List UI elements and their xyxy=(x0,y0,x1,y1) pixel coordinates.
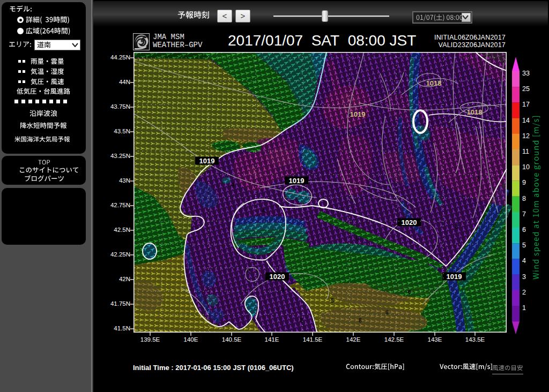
svg-text:12: 12 xyxy=(522,132,530,140)
svg-text:8: 8 xyxy=(359,318,362,323)
svg-text:1: 1 xyxy=(522,304,526,312)
svg-text:3: 3 xyxy=(455,224,458,230)
svg-text:33: 33 xyxy=(522,70,530,77)
svg-text:17: 17 xyxy=(522,101,530,108)
svg-text:2: 2 xyxy=(247,268,250,274)
svg-text:14: 14 xyxy=(522,117,530,124)
svg-text:8: 8 xyxy=(356,236,359,242)
svg-text:6: 6 xyxy=(408,289,411,295)
svg-text:1019: 1019 xyxy=(289,177,305,185)
svg-text:1020: 1020 xyxy=(270,273,285,281)
svg-text:1019: 1019 xyxy=(350,110,366,118)
svg-text:1019: 1019 xyxy=(447,273,462,281)
svg-text:8: 8 xyxy=(300,318,303,323)
svg-text:4: 4 xyxy=(262,208,265,214)
svg-text:8: 8 xyxy=(522,195,526,202)
svg-text:10: 10 xyxy=(522,163,530,171)
svg-text:4: 4 xyxy=(522,257,526,265)
svg-text:1018: 1018 xyxy=(426,79,442,87)
svg-text:6: 6 xyxy=(522,226,526,233)
svg-text:8: 8 xyxy=(281,287,284,293)
svg-text:1018: 1018 xyxy=(467,108,483,116)
svg-text:25: 25 xyxy=(522,85,530,93)
svg-text:7: 7 xyxy=(522,210,526,218)
svg-text:5: 5 xyxy=(522,242,526,249)
svg-text:2: 2 xyxy=(522,289,526,296)
svg-text:5: 5 xyxy=(331,298,334,304)
svg-text:1020: 1020 xyxy=(402,218,417,227)
svg-text:9: 9 xyxy=(522,179,526,186)
svg-text:4: 4 xyxy=(231,182,234,188)
svg-text:1019: 1019 xyxy=(199,157,215,165)
svg-text:11: 11 xyxy=(522,148,529,155)
svg-text:3: 3 xyxy=(522,273,526,281)
svg-text:2: 2 xyxy=(477,176,480,182)
